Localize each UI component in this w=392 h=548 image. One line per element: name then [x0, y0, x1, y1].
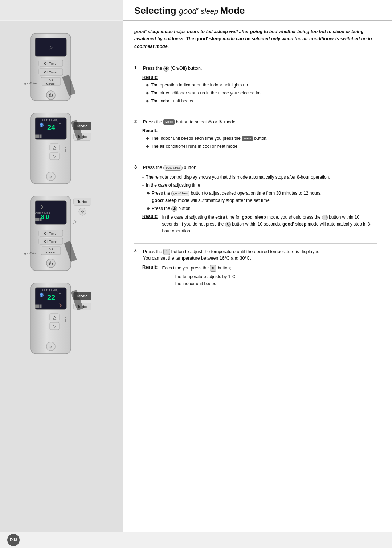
step-3-section: 3 Press the good'sleep button. - The rem… [134, 161, 377, 243]
svg-text:☽: ☽ [57, 303, 62, 308]
step-3-good-sleep-line: good' sleep mode will automatically stop… [152, 198, 377, 203]
step-3-line: 3 Press the good'sleep button. [134, 164, 377, 171]
svg-text:▉▉▉: ▉▉▉ [35, 304, 42, 308]
svg-text:△: △ [53, 315, 57, 320]
result-1-item-1: ◆ The operation indicator on the indoor … [146, 82, 377, 88]
step-2-number: 2 [134, 119, 141, 124]
svg-text:△: △ [53, 145, 57, 150]
svg-text:Set: Set [49, 248, 53, 251]
result-3-text: In the case of adjusting the extra time … [162, 214, 377, 235]
svg-text:good'sleep: good'sleep [24, 82, 38, 85]
step-4-line: 4 Press the ⇅ button to adjust the tempe… [134, 248, 377, 262]
step-3-sub-2: ◆ Press the ⏻ button. [147, 205, 377, 212]
remote-1: ▷ On Timer Off Timer Set Cancel ⏻ good's… [20, 32, 103, 106]
svg-text:Turbo: Turbo [77, 200, 87, 204]
step-3-sub-1: ◆ Press the good'sleep button to adjust … [147, 190, 377, 196]
step-4-number: 4 [134, 248, 141, 254]
svg-text:❄: ❄ [39, 122, 44, 129]
svg-text:SET TEMP: SET TEMP [42, 119, 57, 122]
step-4-result: Result: Each time you press the ⇅ button… [142, 265, 377, 288]
step-3-dash-1: - The remote control display shows you t… [142, 174, 377, 180]
svg-text:❄: ❄ [39, 292, 44, 299]
svg-text:Off Timer: Off Timer [44, 70, 58, 74]
step-4-text: Press the ⇅ button to adjust the tempera… [143, 248, 321, 262]
svg-text:22: 22 [47, 293, 55, 301]
step-3-text: Press the good'sleep button. [143, 164, 197, 171]
page-number: E·18 [7, 534, 20, 546]
step-2-line: 2 Press the Mode button to select ❄ or ☀… [134, 119, 377, 126]
svg-text:⚙: ⚙ [81, 210, 84, 214]
svg-text:⏻: ⏻ [49, 261, 53, 266]
svg-text:good'slee: good'slee [24, 252, 37, 255]
step-3-dash-items: - The remote control display shows you t… [142, 174, 377, 212]
result-2-item-2: ◆ The air conditioner runs in cool or he… [146, 143, 377, 150]
step-4-section: 4 Press the ⇅ button to adjust the tempe… [134, 245, 377, 294]
page-title: Selecting good' sleep Mode [134, 5, 377, 16]
result-4-label: Result: [142, 265, 158, 270]
result-1-item-2: ◆ The air conditioner starts up in the m… [146, 90, 377, 96]
result-2-item-1: ◆ The indoor unit beeps each time you pr… [146, 135, 377, 142]
step-1-line: 1 Press the ⏻ (On/Off) button. [134, 65, 377, 72]
svg-text:☽: ☽ [39, 204, 44, 210]
step-2-result: Result: ◆ The indoor unit beeps each tim… [142, 128, 377, 150]
remote-4: ❄ SET TEMP 22 °C ▉▉▉ ☽ Mode △ [20, 281, 103, 359]
svg-text:24: 24 [47, 123, 56, 131]
svg-text:On Timer: On Timer [44, 232, 57, 235]
step-1-result: Result: ◆ The operation indicator on the… [142, 75, 377, 104]
svg-text:Off Timer: Off Timer [44, 240, 58, 243]
svg-text:▉▉▉: ▉▉▉ [35, 134, 42, 138]
intro-text: good' sleep mode helps users to fall asl… [134, 28, 377, 57]
result-4-sub-2: - The indoor unit beeps [171, 280, 377, 287]
step-1-number: 1 [134, 65, 141, 70]
svg-text:8 0: 8 0 [41, 214, 49, 220]
svg-text:▽: ▽ [53, 324, 57, 329]
svg-text:⏻: ⏻ [49, 93, 53, 98]
svg-text:Cancel: Cancel [46, 82, 56, 85]
result-1-label: Result: [142, 75, 158, 80]
result-4-sub-1: - The temperature adjusts by 1°C [171, 273, 377, 280]
svg-text:On Timer: On Timer [44, 62, 57, 65]
step-2-text: Press the Mode button to select ❄ or ☀ m… [143, 119, 237, 126]
step-3-result: Result: In the case of adjusting the ext… [142, 214, 377, 235]
svg-text:🌡: 🌡 [63, 147, 69, 153]
remote-3: ☽ ▉▉▉ OFF TIMER 8 0 Turbo ⚙ ▷ [20, 194, 103, 276]
svg-text:▷: ▷ [49, 44, 53, 50]
result-1-item-3: ◆ The indoor unit beeps. [146, 98, 377, 104]
svg-text:Set: Set [49, 78, 53, 82]
svg-text:°C: °C [57, 121, 61, 125]
result-2-label: Result: [142, 128, 158, 133]
svg-text:🌡: 🌡 [63, 317, 69, 323]
step-3-number: 3 [134, 164, 141, 170]
result-4-intro: Each time you press the ⇅ button; [162, 265, 231, 272]
result-3-label: Result: [142, 214, 158, 219]
remote-2: ❄ SET TEMP 24 °C ▉▉▉ Mode △ ▽ [20, 111, 103, 189]
svg-text:▽: ▽ [53, 154, 57, 159]
step-1-section: 1 Press the ⏻ (On/Off) button. Result: ◆… [134, 65, 377, 114]
svg-text:SET TEMP: SET TEMP [42, 289, 57, 292]
svg-text:°C: °C [57, 291, 61, 295]
svg-text:⚙: ⚙ [49, 175, 52, 179]
step-1-text: Press the ⏻ (On/Off) button. [143, 65, 202, 72]
step-2-section: 2 Press the Mode button to select ❄ or ☀… [134, 116, 377, 160]
svg-text:Cancel: Cancel [46, 251, 56, 254]
svg-text:⚙: ⚙ [49, 345, 52, 349]
svg-text:▷: ▷ [73, 218, 77, 224]
step-3-dash-2: - In the case of adjusting time [142, 182, 377, 188]
